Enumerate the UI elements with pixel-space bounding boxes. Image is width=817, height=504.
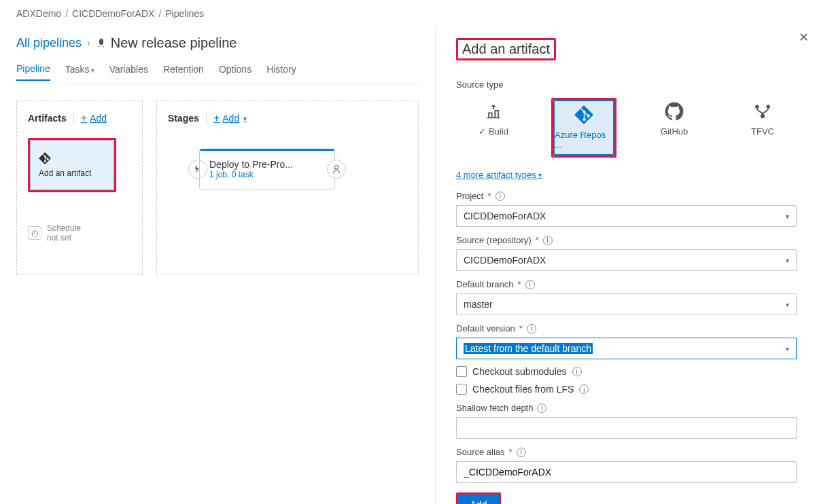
add-artifact-card-label: Add an artifact [39,168,105,178]
source-repo-label: Source (repository) * i [456,235,797,245]
pipeline-name: New release pipeline [111,35,237,51]
tab-variables[interactable]: Variables [109,64,148,80]
svg-point-2 [766,105,770,109]
add-artifact-link[interactable]: +Add [81,112,107,124]
info-icon[interactable]: i [537,403,546,413]
source-alias-input[interactable] [456,461,797,483]
stages-panel: Stages +Add▾ Deploy to Pre-Pro... 1 job,… [156,101,419,274]
add-button[interactable]: Add [458,494,499,504]
stages-header: Stages [168,113,199,124]
breadcrumb-sep: / [65,8,68,19]
source-type-build[interactable]: ✓Build [463,98,524,158]
chevron-down-icon: ▾ [786,213,789,220]
highlight-add-button: Add [456,492,501,504]
tab-pipeline[interactable]: Pipeline [16,63,50,81]
add-artifact-card[interactable]: Add an artifact [30,140,114,190]
git-icon [574,105,593,124]
close-button[interactable]: ✕ [799,30,809,45]
tab-options[interactable]: Options [219,64,251,80]
info-icon[interactable]: i [525,280,535,289]
person-icon [332,164,341,174]
add-artifact-panel: ✕ Add an artifact Source type ✓Build Azu… [435,27,817,504]
project-dropdown[interactable]: CICDDemoForADX▾ [456,205,797,227]
source-type-grid: ✓Build Azure Repos ... GitHub TFVC [456,94,797,159]
panel-title: Add an artifact [458,40,554,58]
source-type-label: Source type [456,79,797,90]
designer-canvas: Artifacts +Add Add an artifact ◴ Schedul… [16,101,419,274]
chevron-down-icon: ▾ [786,301,789,308]
checkbox[interactable] [456,366,467,377]
chevron-right-icon: › [87,37,90,48]
rocket-icon [96,37,107,48]
chevron-down-icon: ▾ [243,115,247,122]
svg-point-1 [755,105,759,109]
breadcrumb-area[interactable]: Pipelines [165,8,204,19]
chevron-down-icon: ▾ [786,345,789,353]
shallow-fetch-input[interactable] [456,417,797,439]
highlight-artifact-card: Add an artifact [28,138,116,192]
schedule-row[interactable]: ◴ Schedule not set [28,223,131,242]
git-icon [39,152,51,164]
divider [206,113,207,124]
svg-point-3 [761,114,765,118]
stage-card[interactable]: Deploy to Pre-Pro... 1 job, 0 task [199,149,335,190]
all-pipelines-link[interactable]: All pipelines [16,36,82,50]
source-type-github[interactable]: GitHub [644,98,705,158]
highlight-source-type: Azure Repos ... [551,98,616,158]
schedule-label-2: not set [47,233,81,242]
divider [73,113,74,124]
shallow-fetch-label: Shallow fetch depth i [456,403,797,413]
more-artifact-types-link[interactable]: 4 more artifact types ▾ [456,170,542,180]
plus-icon: + [81,112,87,124]
artifacts-header: Artifacts [28,113,67,124]
checkout-submodules-row[interactable]: Checkout submodules i [456,366,797,377]
editor-tabs: Pipeline Tasks▾ Variables Retention Opti… [16,60,419,84]
checkout-lfs-row[interactable]: Checkout files from LFS i [456,384,797,395]
info-icon[interactable]: i [527,324,536,334]
breadcrumb: ADXDemo / CICDDemoForADX / Pipelines [0,0,817,27]
project-label: Project * i [456,191,797,201]
source-type-azure-repos[interactable]: Azure Repos ... [553,100,614,156]
stage-subtitle[interactable]: 1 job, 0 task [209,170,326,179]
tfvc-icon [753,102,772,121]
tab-history[interactable]: History [266,64,296,80]
tab-retention[interactable]: Retention [163,64,204,80]
info-icon[interactable]: i [496,192,505,201]
source-alias-label: Source alias * i [456,447,797,457]
left-pane: All pipelines › New release pipeline Pip… [0,27,435,504]
add-stage-link[interactable]: +Add▾ [213,112,247,124]
post-deploy-conditions-button[interactable] [327,160,346,179]
plus-icon: + [213,112,220,124]
check-icon: ✓ [479,126,486,137]
info-icon[interactable]: i [572,367,582,376]
breadcrumb-repo[interactable]: CICDDemoForADX [72,8,154,19]
artifacts-panel: Artifacts +Add Add an artifact ◴ Schedul… [16,101,143,274]
tab-tasks[interactable]: Tasks▾ [65,64,94,80]
title-row: All pipelines › New release pipeline [16,27,419,58]
github-icon [665,102,684,121]
chevron-down-icon: ▾ [91,67,94,74]
info-icon[interactable]: i [543,236,553,245]
highlight-panel-title: Add an artifact [456,38,556,60]
breadcrumb-project[interactable]: ADXDemo [16,8,61,19]
info-icon[interactable]: i [517,448,526,457]
default-branch-label: Default branch * i [456,279,797,289]
build-icon [484,102,503,121]
source-repo-dropdown[interactable]: CICDDemoForADX▾ [456,249,797,271]
breadcrumb-sep: / [158,8,161,19]
info-icon[interactable]: i [579,384,589,394]
default-version-label: Default version * i [456,323,797,334]
stage-name: Deploy to Pre-Pro... [209,159,326,170]
chevron-down-icon: ▾ [538,171,542,179]
checkbox[interactable] [456,384,467,395]
svg-point-0 [334,166,338,169]
default-branch-dropdown[interactable]: master▾ [456,293,797,315]
clock-icon: ◴ [28,226,41,240]
source-type-tfvc[interactable]: TFVC [732,98,793,158]
schedule-label-1: Schedule [47,223,81,233]
chevron-down-icon: ▾ [786,257,789,264]
default-version-dropdown[interactable]: Latest from the default branch▾ [456,338,797,359]
